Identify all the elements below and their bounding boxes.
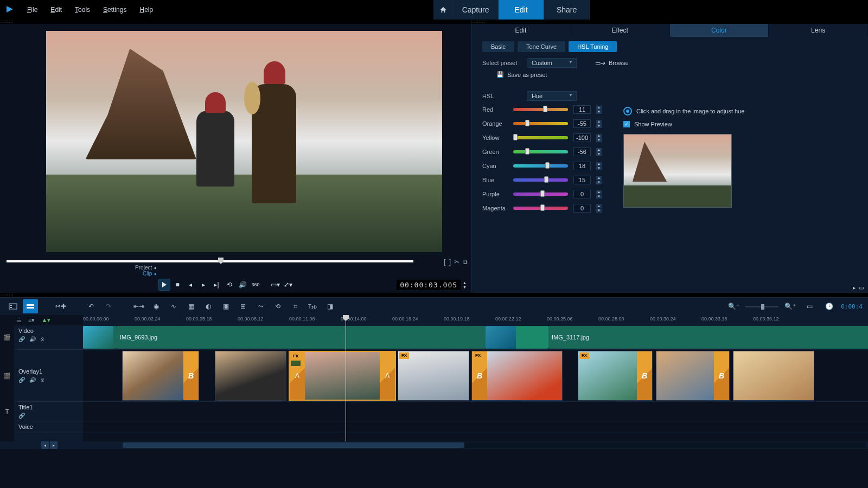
stepper-up[interactable]: ▲ [596, 120, 602, 124]
rp-tab-effect[interactable]: Effect [571, 24, 670, 37]
seek-playhead[interactable] [218, 258, 224, 264]
stepper-up[interactable]: ▲ [596, 190, 602, 194]
track-list-icon[interactable]: ☰ [16, 317, 22, 324]
pip-designer-button[interactable]: ▣ [218, 299, 233, 313]
display-options-button[interactable]: ⤢▾ [282, 279, 294, 291]
slider-orange[interactable] [513, 122, 568, 125]
slider-value-green[interactable]: -56 [573, 147, 591, 156]
target-adjust-icon[interactable] [623, 107, 632, 115]
clip-mode-label[interactable]: Clip ◂ [143, 271, 156, 277]
stepper-down[interactable]: ▼ [596, 124, 602, 128]
stepper-down[interactable]: ▼ [596, 110, 602, 114]
video-clip-transition[interactable] [486, 326, 548, 349]
mark-out-icon[interactable]: ] [449, 258, 451, 266]
track-header-video[interactable]: Video 🔗🔊※ [14, 325, 83, 350]
preview-image[interactable] [46, 31, 442, 252]
stepper-down[interactable]: ▼ [596, 181, 602, 184]
rp-tab-edit[interactable]: Edit [471, 24, 571, 37]
zoom-out-button[interactable]: 🔍⁻ [726, 299, 741, 313]
play-button[interactable] [158, 279, 170, 291]
zoom-in-button[interactable]: 🔍⁺ [782, 299, 797, 313]
overlay-clip-selected[interactable]: FX [289, 351, 396, 401]
track-header-voice[interactable]: Voice [14, 421, 83, 433]
video-clip-thumb[interactable] [83, 326, 117, 349]
fx-toggle-icon[interactable]: ※ [40, 336, 44, 342]
menu-edit[interactable]: EditEdit [45, 4, 67, 16]
stepper-down[interactable]: ▼ [596, 195, 602, 198]
browse-presets-button[interactable]: ▭➔ Browse [595, 60, 629, 67]
menu-settings[interactable]: SettingsSettings [98, 4, 132, 16]
rp-tab-lens[interactable]: Lens [769, 24, 868, 37]
menu-file[interactable]: FFileile [22, 4, 43, 16]
next-frame-button[interactable]: ▸ [197, 279, 209, 291]
trim-button[interactable]: ⇤⇥ [131, 299, 146, 313]
subtab-basic[interactable]: Basic [482, 41, 514, 52]
slider-value-blue[interactable]: 15 [573, 176, 591, 184]
stepper-down[interactable]: ▼ [596, 209, 602, 213]
slider-green[interactable] [513, 150, 568, 153]
blend-button[interactable]: ◐ [201, 299, 216, 313]
tab-edit[interactable]: Edit [499, 0, 544, 20]
show-preview-checkbox[interactable]: ✓ [623, 121, 630, 127]
crop-button[interactable]: ⌗ [288, 299, 303, 313]
timeline-ruler[interactable]: 00:00:00.0000:00:02.2400:00:05.1800:00:0… [83, 315, 868, 325]
slider-yellow[interactable] [513, 136, 568, 139]
timeline-view-button[interactable] [23, 299, 38, 313]
redo-button[interactable]: ↷ [101, 299, 116, 313]
stepper-up[interactable]: ▲ [596, 106, 602, 110]
scroll-prev[interactable]: ◂ [41, 441, 49, 449]
overlay-track-row[interactable]: FX FX FX FX [83, 350, 868, 402]
overlay-clip[interactable] [215, 351, 286, 401]
stepper-down[interactable]: ▼ [596, 166, 602, 170]
slider-value-cyan[interactable]: 18 [573, 162, 591, 170]
slider-cyan[interactable] [513, 164, 568, 168]
video-track-row[interactable]: IMG_9693.jpg IMG_3117.jpg [83, 325, 868, 350]
subtab-tone-curve[interactable]: Tone Curve [518, 41, 565, 52]
preview-seek-bar[interactable] [7, 260, 413, 262]
track-collapse-icon[interactable]: ≡▾ [28, 317, 35, 324]
voice-track-row[interactable] [83, 421, 868, 433]
storyboard-view-button[interactable] [5, 299, 21, 313]
motion-button[interactable]: ⤳ [253, 299, 268, 313]
slider-purple[interactable] [513, 192, 568, 196]
overlay-clip[interactable]: FX [578, 351, 653, 401]
stepper-up[interactable]: ▲ [596, 204, 602, 208]
color-wheel-button[interactable]: ◉ [149, 299, 164, 313]
fx-toggle-icon[interactable]: ※ [40, 377, 44, 383]
slider-blue[interactable] [513, 178, 568, 182]
prev-frame-button[interactable]: ◂ [184, 279, 196, 291]
overlay-clip[interactable] [733, 351, 814, 401]
slider-value-red[interactable]: 11 [573, 105, 591, 114]
mark-in-icon[interactable]: [ [444, 258, 445, 266]
mute-icon[interactable]: 🔊 [29, 377, 36, 383]
scroll-next[interactable]: ▸ [50, 441, 58, 449]
3d-title-button[interactable]: T₃ᴅ [305, 299, 320, 313]
video-clip-1[interactable]: IMG_9693.jpg [117, 326, 486, 349]
project-mode-label[interactable]: Project ◂ [135, 265, 156, 271]
overlay-clip[interactable] [122, 351, 199, 401]
track-header-overlay[interactable]: Overlay1 🔗🔊※ [14, 350, 83, 402]
timecode-down[interactable]: ▼ [463, 285, 467, 289]
audio-button[interactable]: ∿ [166, 299, 181, 313]
menu-help[interactable]: HelpHelp [134, 4, 158, 16]
stepper-up[interactable]: ▲ [596, 148, 602, 152]
fit-button[interactable]: ▭ [802, 299, 817, 313]
overlay-clip[interactable]: FX [398, 351, 469, 401]
aspect-button[interactable]: ▭▾ [269, 279, 281, 291]
tools-button[interactable]: ✂✚ [53, 299, 68, 313]
link-icon[interactable]: 🔗 [18, 336, 25, 342]
video-fx-button[interactable]: ▦ [183, 299, 199, 313]
tab-home[interactable] [433, 0, 453, 20]
snapshot-icon[interactable]: ⧉ [463, 258, 468, 266]
tab-share[interactable]: Share [544, 0, 590, 20]
preset-dropdown[interactable]: Custom [527, 58, 577, 68]
slider-value-purple[interactable]: 0 [573, 190, 591, 198]
link-icon[interactable]: 🔗 [18, 413, 25, 419]
subtab-hsl-tuning[interactable]: HSL Tuning [569, 41, 617, 52]
rp-tab-color[interactable]: Color [670, 24, 769, 37]
mute-icon[interactable]: 🔊 [29, 336, 36, 342]
slider-value-orange[interactable]: -55 [573, 119, 591, 128]
stepper-up[interactable]: ▲ [596, 134, 602, 138]
sync-button[interactable]: ⟲ [270, 299, 285, 313]
menu-tools[interactable]: ToolsTools [69, 4, 95, 16]
